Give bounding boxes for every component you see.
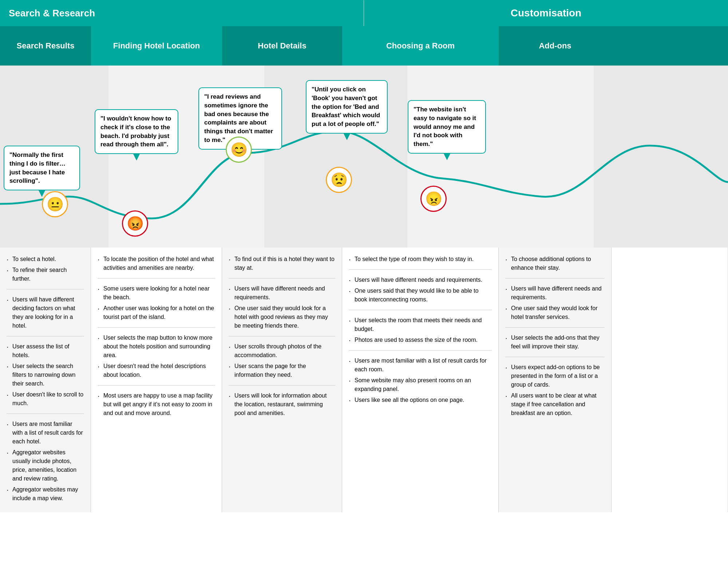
list-item: Some website may also present rooms on a… — [349, 376, 492, 394]
list-item: Some users were looking for a hotel near… — [98, 284, 215, 302]
svg-rect-3 — [407, 66, 594, 248]
list-item: User scrolls through photos of the accom… — [229, 342, 335, 360]
col-label-choosing-room: Choosing a Room — [386, 41, 455, 51]
col-header-addons: Add-ons — [499, 26, 612, 66]
needs-addons-list: Users will have different needs and requ… — [505, 284, 605, 321]
behaviour-finding: User selects the map button to know more… — [98, 327, 215, 379]
needs-search-list: Users will have different deciding facto… — [7, 295, 84, 330]
familiarity-addons-list: Users expect add-on options to be presen… — [505, 363, 605, 418]
list-item: To locate the position of the hotel and … — [98, 255, 215, 272]
bubble-finding-text: "I wouldn't know how to check if it's cl… — [100, 115, 171, 148]
behaviour-search-list: User assess the list of hotels. User sel… — [7, 342, 84, 408]
familiarity-hotel-list: Users will look for information about th… — [229, 391, 335, 418]
list-item: User selects the search filters to narro… — [7, 362, 84, 388]
goals-search-list: To select a hotel. To refine their searc… — [7, 255, 84, 283]
list-item: User selects the room that meets their n… — [349, 316, 492, 333]
arrow-icon — [364, 0, 374, 26]
bubble-choosing-text: "Until you click on 'Book' you haven't g… — [312, 86, 380, 127]
col-content-overflow — [612, 248, 728, 512]
col-content-search-results: To select a hotel. To refine their searc… — [0, 248, 91, 512]
col-header-finding-hotel: Finding Hotel Location — [91, 26, 222, 66]
list-item: To select a hotel. — [7, 255, 84, 264]
behaviour-addons: User selects the add-ons that they feel … — [505, 327, 605, 351]
bubble-choosing-room: "Until you click on 'Book' you haven't g… — [306, 80, 388, 134]
list-item: Users expect add-on options to be presen… — [505, 363, 605, 389]
list-item: Aggregator websites usually include phot… — [7, 448, 84, 483]
bubble-addons-text: "The website isn't easy to navigate so i… — [414, 106, 476, 147]
needs-hotel-list: Users will have different needs and requ… — [229, 284, 335, 330]
list-item: User doesn't like to scroll to much. — [7, 390, 84, 408]
familiarity-addons: Users expect add-on options to be presen… — [505, 357, 605, 418]
list-item: One user said they would look for a hote… — [229, 304, 335, 330]
needs-hotel: Users will have different needs and requ… — [229, 278, 335, 330]
behaviour-choosing-list: User selects the room that meets their n… — [349, 316, 492, 344]
list-item: Users will look for information about th… — [229, 391, 335, 418]
familiarity-choosing-list: Users are most familiar with a list of r… — [349, 356, 492, 404]
col-header-empty — [612, 26, 728, 66]
goals-choosing: To select the type of room they wish to … — [349, 255, 492, 264]
list-item: User selects the add-ons that they feel … — [505, 333, 605, 351]
bubble-arrow-down-4 — [343, 133, 351, 140]
behaviour-hotel: User scrolls through photos of the accom… — [229, 336, 335, 379]
list-item: One users said that they would like to b… — [349, 286, 492, 304]
emoji-hotel-details: 😊 — [226, 137, 252, 163]
bubble-finding-hotel: "I wouldn't know how to check if it's cl… — [95, 109, 178, 154]
list-item: User assess the list of hotels. — [7, 342, 84, 360]
familiarity-choosing: Users are most familiar with a list of r… — [349, 350, 492, 404]
list-item: User selects the map button to know more… — [98, 333, 215, 360]
goals-addons: To choose additional options to enhance … — [505, 255, 605, 272]
customisation-label: Customisation — [511, 7, 581, 19]
list-item: Users will have different deciding facto… — [7, 295, 84, 330]
col-content-hotel-details: To find out if this is a hotel they want… — [222, 248, 342, 512]
needs-finding: Some users were looking for a hotel near… — [98, 278, 215, 321]
needs-choosing-list: Users will have different needs and requ… — [349, 276, 492, 304]
column-headers-row: Search Results Finding Hotel Location Ho… — [0, 26, 728, 66]
list-item: Another user was looking for a hotel on … — [98, 304, 215, 321]
goals-finding: To locate the position of the hotel and … — [98, 255, 215, 272]
list-item: Aggregator websites may include a map vi… — [7, 485, 84, 503]
col-header-search-results: Search Results — [0, 26, 91, 66]
behaviour-hotel-list: User scrolls through photos of the accom… — [229, 342, 335, 379]
bubble-search-text: "Normally the first thing I do is filter… — [9, 151, 66, 184]
goals-hotel: To find out if this is a hotel they want… — [229, 255, 335, 272]
familiarity-finding: Most users are happy to use a map facili… — [98, 385, 215, 418]
emoji-addons: 😠 — [420, 186, 447, 212]
behaviour-search: User assess the list of hotels. User sel… — [7, 336, 84, 408]
bubble-hotel-text: "I read reviews and sometimes ignore the… — [204, 93, 273, 143]
behaviour-choosing: User selects the room that meets their n… — [349, 310, 492, 344]
col-label-finding-hotel: Finding Hotel Location — [113, 41, 200, 51]
search-research-header: Search & Research — [0, 0, 364, 26]
familiarity-finding-list: Most users are happy to use a map facili… — [98, 391, 215, 418]
col-label-search-results: Search Results — [17, 41, 75, 51]
list-item: To select the type of room they wish to … — [349, 255, 492, 264]
col-header-hotel-details: Hotel Details — [222, 26, 342, 66]
goals-finding-list: To locate the position of the hotel and … — [98, 255, 215, 272]
familiarity-search-list: Users are most familiar with a list of r… — [7, 420, 84, 503]
search-research-label: Search & Research — [9, 8, 95, 19]
svg-rect-4 — [594, 66, 728, 248]
col-header-choosing-room: Choosing a Room — [342, 26, 499, 66]
content-area: To select a hotel. To refine their searc… — [0, 248, 728, 512]
bubble-addons: "The website isn't easy to navigate so i… — [408, 100, 486, 154]
col-content-finding-hotel: To locate the position of the hotel and … — [91, 248, 222, 512]
goals-addons-list: To choose additional options to enhance … — [505, 255, 605, 272]
needs-addons: Users will have different needs and requ… — [505, 278, 605, 321]
list-item: To refine their search further. — [7, 266, 84, 283]
behaviour-addons-list: User selects the add-ons that they feel … — [505, 333, 605, 351]
list-item: Users are most familiar with a list of r… — [349, 356, 492, 374]
behaviour-finding-list: User selects the map button to know more… — [98, 333, 215, 379]
bubble-search-results: "Normally the first thing I do is filter… — [4, 146, 80, 190]
goals-choosing-list: To select the type of room they wish to … — [349, 255, 492, 264]
familiarity-search: Users are most familiar with a list of r… — [7, 414, 84, 503]
customisation-header: Customisation — [364, 0, 728, 26]
list-item: Users like see all the options on one pa… — [349, 396, 492, 404]
list-item: Users will have different needs and requ… — [505, 284, 605, 302]
page-wrapper: Search & Research Customisation Search R… — [0, 0, 728, 512]
emoji-search-results: 😐 — [42, 191, 68, 217]
list-item: Most users are happy to use a map facili… — [98, 391, 215, 418]
col-label-hotel-details: Hotel Details — [258, 41, 306, 51]
bubble-arrow-down-5 — [443, 153, 451, 160]
emoji-choosing-room: 😟 — [326, 167, 352, 193]
journey-map: "Normally the first thing I do is filter… — [0, 66, 728, 248]
list-item: To choose additional options to enhance … — [505, 255, 605, 272]
